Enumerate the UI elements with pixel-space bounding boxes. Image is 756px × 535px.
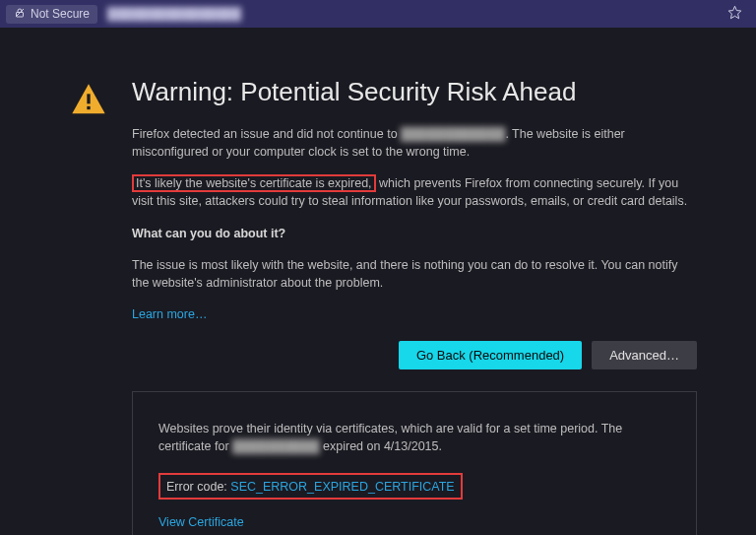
what-can-you-do-body: The issue is most likely with the websit… [132,256,697,292]
svg-rect-3 [87,94,90,103]
url-bar[interactable]: Not Secure ████████████████ [0,0,756,28]
svg-rect-4 [87,106,90,109]
error-code-box: Error code: SEC_ERROR_EXPIRED_CERTIFICAT… [158,473,463,500]
advanced-button[interactable]: Advanced… [592,341,697,369]
go-back-button[interactable]: Go Back (Recommended) [399,341,582,369]
error-content: Warning: Potential Security Risk Ahead F… [132,77,697,535]
redacted-domain-advanced: ██████████ [232,439,320,453]
error-code-label: Error code: [166,480,230,494]
primary-button-row: Go Back (Recommended) Advanced… [132,341,697,369]
intro-paragraph: Firefox detected an issue and did not co… [132,125,697,161]
cert-expired-paragraph: Websites prove their identity via certif… [158,420,670,455]
view-certificate-link[interactable]: View Certificate [158,515,244,529]
svg-marker-2 [728,6,741,19]
expired-paragraph: It's likely the website's certificate is… [132,174,697,210]
error-code-value[interactable]: SEC_ERROR_EXPIRED_CERTIFICATE [230,480,454,494]
redacted-domain: ████████████ [401,127,505,141]
warning-triangle-icon [69,81,108,123]
lock-icon [14,7,26,22]
not-secure-label: Not Secure [31,7,90,21]
site-security-box[interactable]: Not Secure [6,5,97,24]
url-domain[interactable]: ████████████████ [107,7,241,21]
advanced-panel: Websites prove their identity via certif… [132,391,697,535]
expired-highlight: It's likely the website's certificate is… [132,174,376,192]
what-can-you-do-heading: What can you do about it? [132,225,697,242]
learn-more-link[interactable]: Learn more… [132,307,207,321]
bookmark-star-icon[interactable] [727,5,742,23]
page-title: Warning: Potential Security Risk Ahead [132,77,697,107]
